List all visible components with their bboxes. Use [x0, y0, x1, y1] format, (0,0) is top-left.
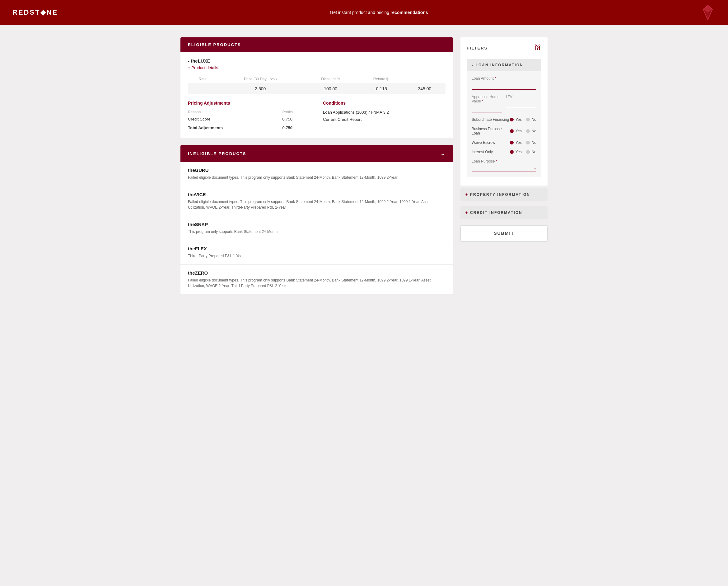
- row-discount: -0.115: [358, 83, 404, 94]
- product-details-link[interactable]: Product details: [188, 65, 445, 70]
- appraised-value-field: Appraised Home Value *: [472, 95, 502, 113]
- loan-amount-label: Loan Amount *: [472, 76, 536, 81]
- adj-row: Credit Score 0.750: [188, 116, 311, 123]
- row-rate: 2.500: [217, 83, 303, 94]
- condition-item: Current Credit Report: [323, 116, 445, 123]
- adjustments-row: Pricing Adjustments Reason Ponits Cre: [188, 101, 445, 131]
- business-purpose-row: Business Purpose Loan Yes No: [472, 127, 536, 136]
- app-header: REDST◆NE Get instant product and pricing…: [0, 0, 728, 25]
- property-info-section[interactable]: + PROPERTY INFORMATION: [461, 188, 548, 201]
- appraised-label: Appraised Home Value *: [472, 95, 502, 103]
- adj-points: 0.750: [283, 116, 311, 123]
- conditions-list: Loan Applications (1003) / FNMA 3.2 Curr…: [323, 109, 445, 123]
- loan-info-header[interactable]: - LOAN INFORMATION: [467, 59, 541, 71]
- waive-yes-radio[interactable]: [510, 141, 514, 145]
- pricing-adjustments: Pricing Adjustments Reason Ponits Cre: [188, 101, 311, 131]
- svg-point-6: [539, 45, 540, 46]
- svg-point-5: [537, 47, 538, 48]
- loan-purpose-dropdown[interactable]: ⌄: [472, 165, 536, 172]
- loan-purpose-field: Loan Purpose * ⌄: [472, 159, 536, 172]
- interest-no-radio[interactable]: [526, 150, 530, 154]
- interest-yes-radio[interactable]: [510, 150, 514, 154]
- eligible-products-header: ELIGIBLE PRODUCTS: [180, 38, 453, 52]
- row-rebate: 345.00: [404, 83, 445, 94]
- points-header: Ponits: [283, 109, 311, 116]
- conditions-title: Conditions: [323, 101, 445, 105]
- loan-amount-input[interactable]: [472, 82, 536, 90]
- adj-title: Pricing Adjustments: [188, 101, 311, 105]
- waive-escrow-row: Waive Escrow Yes No: [472, 141, 536, 145]
- logo: REDST◆NE: [12, 8, 58, 17]
- business-yes-radio[interactable]: [510, 129, 514, 133]
- filters-card: FILTERS - LOAN INFORMATION: [461, 38, 548, 186]
- main-container: ELIGIBLE PRODUCTS - theLUXE Product deta…: [162, 25, 566, 307]
- filter-icon[interactable]: [534, 44, 541, 53]
- ineligible-title: INELIGIBLE PRODUCTS: [188, 151, 246, 156]
- ltv-input[interactable]: [506, 100, 536, 108]
- property-expand-icon: +: [465, 192, 468, 197]
- reason-header: Reason: [188, 109, 283, 116]
- ineligible-item: theGURU Failed eligible document types. …: [180, 162, 453, 186]
- interest-only-yes-no: Yes No: [510, 150, 536, 154]
- chevron-down-icon: ⌄: [533, 166, 536, 170]
- total-row: Total Adjustments 0.750: [188, 123, 311, 132]
- loan-purpose-label: Loan Purpose *: [472, 159, 536, 164]
- waive-no-radio[interactable]: [526, 141, 530, 145]
- adj-reason: Credit Score: [188, 116, 283, 123]
- credit-title: CREDIT INFORMATION: [470, 211, 522, 215]
- discount-header: Discount %: [303, 75, 358, 83]
- table-row: - 2.500 100.00 -0.115 345.00: [188, 83, 445, 94]
- price-header: Price (30 Day Lock): [217, 75, 303, 83]
- ineligible-item: theFLEX Third- Party Prepared P&L 1-Year…: [180, 240, 453, 265]
- loan-info-section: - LOAN INFORMATION Loan Amount *: [467, 59, 541, 177]
- product-content: - theLUXE Product details Rate Price (30…: [180, 52, 453, 138]
- interest-only-row: Interest Only Yes No: [472, 150, 536, 154]
- row-price: 100.00: [303, 83, 358, 94]
- ineligible-item: theVICE Failed eligible document types. …: [180, 186, 453, 216]
- rate-table: Rate Price (30 Day Lock) Discount % Reba…: [188, 75, 445, 94]
- submit-button[interactable]: SUBMIT: [461, 225, 548, 241]
- subordinate-financing-row: Subordinate Financing Yes No: [472, 117, 536, 122]
- ineligible-header[interactable]: INELIGIBLE PRODUCTS ⌄: [180, 145, 453, 162]
- ineligible-item: theSNAP This program only supports Bank …: [180, 216, 453, 240]
- filters-header: FILTERS: [467, 44, 541, 53]
- loan-amount-field: Loan Amount *: [472, 76, 536, 90]
- row-dash: -: [188, 83, 217, 94]
- conditions-col: Conditions Loan Applications (1003) / FN…: [323, 101, 445, 131]
- appraised-value-input[interactable]: [472, 105, 502, 113]
- header-tagline: Get instant product and pricing recommen…: [330, 10, 428, 15]
- ltv-label: LTV: [506, 95, 536, 99]
- rate-header: Rate: [188, 75, 217, 83]
- loan-info-body: Loan Amount * Appraised Home Value *: [467, 71, 541, 177]
- business-no-radio[interactable]: [526, 129, 530, 133]
- loan-info-title: LOAN INFORMATION: [476, 63, 523, 67]
- subordinate-yes-no: Yes No: [510, 117, 536, 122]
- filters-title: FILTERS: [467, 46, 488, 50]
- svg-point-4: [535, 45, 536, 46]
- diamond-icon: [700, 5, 716, 20]
- appraised-ltv-row: Appraised Home Value * LTV: [472, 95, 536, 113]
- ineligible-item: theZERO Failed eligible document types. …: [180, 265, 453, 294]
- eligible-title: ELIGIBLE PRODUCTS: [188, 42, 241, 47]
- credit-info-section[interactable]: + CREDIT INFORMATION: [461, 206, 548, 219]
- ineligible-products-section: INELIGIBLE PRODUCTS ⌄ theGURU Failed eli…: [180, 145, 453, 294]
- left-panel: ELIGIBLE PRODUCTS - theLUXE Product deta…: [180, 38, 453, 294]
- adj-table: Reason Ponits Credit Score 0.750: [188, 109, 311, 131]
- loan-info-toggle: -: [472, 63, 474, 68]
- right-panel: FILTERS - LOAN INFORMATION: [461, 38, 548, 294]
- subordinate-no-radio[interactable]: [526, 118, 530, 121]
- waive-escrow-yes-no: Yes No: [510, 141, 536, 145]
- credit-expand-icon: +: [465, 211, 468, 215]
- business-yes-no: Yes No: [510, 129, 536, 133]
- ltv-field: LTV: [506, 95, 536, 113]
- property-title: PROPERTY INFORMATION: [470, 192, 530, 197]
- subordinate-yes-radio[interactable]: [510, 118, 514, 121]
- total-label: Total Adjustments: [188, 123, 283, 132]
- condition-item: Loan Applications (1003) / FNMA 3.2: [323, 109, 445, 116]
- total-value: 0.750: [283, 123, 311, 132]
- eligible-products-section: ELIGIBLE PRODUCTS - theLUXE Product deta…: [180, 38, 453, 138]
- chevron-down-icon: ⌄: [440, 150, 445, 157]
- product-name: - theLUXE: [188, 58, 445, 64]
- logo-text: REDST◆NE: [12, 8, 58, 17]
- rebate-header: Rebate $: [358, 75, 404, 83]
